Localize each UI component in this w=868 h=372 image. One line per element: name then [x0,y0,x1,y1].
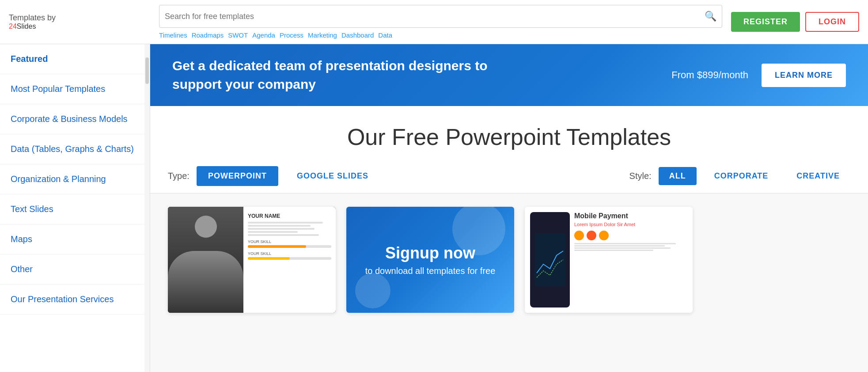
mobile-text-line-4 [574,250,653,251]
skill1-bar-fill [248,245,306,248]
search-bar: 🔍 [159,5,722,28]
profile-text-line-3 [248,228,315,230]
filter-bar: Type: POWERPOINT GOOGLE SLIDES Style: AL… [150,159,868,194]
logo-24: 24 [9,23,17,30]
nav-tag-swot[interactable]: SWOT [228,31,248,39]
mobile-text-line-2 [574,245,665,247]
mobile-text-line-1 [574,243,676,244]
nav-tag-agenda[interactable]: Agenda [252,31,275,39]
skill2-label: YOUR SKILL [248,251,331,256]
logo-by-text: Templates by [9,13,56,22]
nav-tag-roadmaps[interactable]: Roadmaps [192,31,224,39]
content-area: Get a dedicated team of presentation des… [150,44,868,372]
search-icon[interactable]: 🔍 [705,11,716,22]
banner-text: Get a dedicated team of presentation des… [172,57,488,94]
mobile-icon-2 [587,231,596,240]
mobile-payment-title: Mobile Payment [574,212,687,220]
type-label: Type: [168,171,190,181]
search-tags: Timelines Roadmaps SWOT Agenda Process M… [159,31,722,39]
skill2-bar [248,257,331,260]
banner-right: From $899/month LEARN MORE [671,64,846,87]
style-corporate-button[interactable]: CORPORATE [704,167,779,185]
type-filter: Type: POWERPOINT GOOGLE SLIDES [168,166,380,186]
template-card-signup[interactable]: Signup now to download all templates for… [346,207,514,313]
sidebar-item-corporate[interactable]: Corporate & Business Models [0,104,150,134]
page-title: Our Free Powerpoint Templates [159,124,859,150]
sidebar-scrollbar[interactable] [144,44,150,372]
card-profile-image [168,207,243,313]
type-google-slides-button[interactable]: GOOGLE SLIDES [285,166,380,186]
header: Templates by 24Slides 🔍 Timelines Roadma… [0,0,868,44]
cards-grid: YOUR NAME YOUR SKILL YOUR SKILL [150,194,868,326]
nav-tag-marketing[interactable]: Marketing [308,31,337,39]
banner-price: From $899/month [671,69,748,81]
style-creative-button[interactable]: CREATIVE [786,167,850,185]
main-layout: Featured Most Popular Templates Corporat… [0,44,868,372]
skill1-bar [248,245,331,248]
learn-more-button[interactable]: LEARN MORE [762,64,846,87]
profile-name-label: YOUR NAME [248,213,331,219]
sidebar-item-text-slides[interactable]: Text Slides [0,194,150,224]
mobile-payment-subtitle: Lorem Ipsum Dolor Sir Amet [574,222,687,227]
mobile-icon-1 [574,231,584,240]
card-bg-decoration [346,207,514,313]
mobile-phone-visual [530,212,570,307]
nav-tag-timelines[interactable]: Timelines [159,31,187,39]
card-profile-content: YOUR NAME YOUR SKILL YOUR SKILL [243,207,336,313]
register-button[interactable]: REGISTER [731,12,800,32]
search-input[interactable] [165,12,705,21]
nav-tag-data[interactable]: Data [378,31,392,39]
profile-text-line-1 [248,222,323,224]
banner-title: Get a dedicated team of presentation des… [172,57,488,94]
template-card-profile[interactable]: YOUR NAME YOUR SKILL YOUR SKILL [168,207,336,313]
mobile-icons-row [574,231,687,240]
search-area: 🔍 Timelines Roadmaps SWOT Agenda Process… [159,5,722,39]
phone-screen [534,233,565,286]
promo-banner: Get a dedicated team of presentation des… [150,44,868,106]
type-powerpoint-button[interactable]: POWERPOINT [197,166,278,186]
style-filter: Style: ALL CORPORATE CREATIVE [629,167,850,185]
sidebar-item-other[interactable]: Other [0,254,150,285]
profile-text-line-2 [248,225,311,227]
logo: Templates by 24Slides [9,13,150,30]
scrollbar-thumb[interactable] [145,57,149,84]
nav-tag-process[interactable]: Process [280,31,303,39]
svg-point-1 [355,273,390,308]
phone-chart [534,233,565,286]
style-all-button[interactable]: ALL [659,167,697,185]
template-card-mobile[interactable]: Mobile Payment Lorem Ipsum Dolor Sir Ame… [525,207,693,313]
sidebar-item-most-popular[interactable]: Most Popular Templates [0,74,150,104]
sidebar-item-presentation-services[interactable]: Our Presentation Services [0,285,150,315]
header-buttons: REGISTER LOGIN [731,12,859,32]
skill2-bar-fill [248,257,290,260]
svg-point-0 [452,207,505,255]
sidebar: Featured Most Popular Templates Corporat… [0,44,150,372]
page-title-area: Our Free Powerpoint Templates [150,106,868,159]
skill1-label: YOUR SKILL [248,239,331,244]
nav-tag-dashboard[interactable]: Dashboard [341,31,374,39]
mobile-text-lines [574,243,687,251]
sidebar-item-data[interactable]: Data (Tables, Graphs & Charts) [0,134,150,164]
profile-text-line-4 [248,231,298,233]
sidebar-item-organization[interactable]: Organization & Planning [0,164,150,194]
profile-text-line-5 [248,234,319,236]
style-label: Style: [629,171,652,181]
login-button[interactable]: LOGIN [805,12,859,32]
sidebar-item-maps[interactable]: Maps [0,224,150,254]
sidebar-item-featured[interactable]: Featured [0,44,150,74]
mobile-content: Mobile Payment Lorem Ipsum Dolor Sir Ame… [574,212,687,307]
mobile-text-line-3 [574,247,671,249]
mobile-icon-3 [599,231,609,240]
logo-slides: Slides [17,23,36,30]
profile-silhouette [168,207,243,313]
